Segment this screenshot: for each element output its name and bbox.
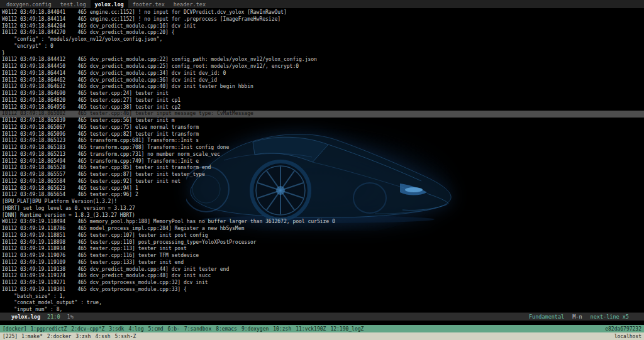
log-line[interactable]: I0112 03:49:18.865528 465 tester.cpp:85]…: [0, 165, 644, 172]
log-line[interactable]: I0112 03:49:18.844270 465 dcv_predict_mo…: [0, 30, 644, 36]
log-line[interactable]: I0112 03:49:19.119076 465 tester.cpp:116…: [0, 253, 644, 260]
tmux-window-item[interactable]: 3:zsh: [75, 334, 91, 339]
log-line[interactable]: I0112 03:49:18.865123 465 transform.cpp:…: [0, 138, 644, 145]
log-line[interactable]: I0112 03:49:18.865183 465 transform.cpp:…: [0, 145, 644, 151]
log-line[interactable]: "config" : "models/yolox_nv12/yolox_conf…: [0, 36, 644, 43]
tmux-window-item[interactable]: 12:190_logZ: [330, 326, 364, 332]
log-line[interactable]: I0112 03:49:18.865494 465 transform.cpp:…: [0, 158, 644, 165]
log-line[interactable]: I0112 03:49:19.118851 465 tester.cpp:107…: [0, 233, 644, 239]
log-lines: W0112 03:49:18.844041 465 engine.cc:1152…: [0, 8, 644, 312]
tmux-inner-session-name: [docker]: [3, 326, 27, 332]
modeline-last-command: next-line x5: [591, 314, 629, 320]
log-line[interactable]: I0112 03:49:19.119138 465 dcv_predict_mo…: [0, 266, 644, 273]
tmux-window-item[interactable]: 4:ssh: [95, 334, 110, 339]
buffer-tab[interactable]: header.tex: [169, 0, 210, 8]
modeline-left: yolox.log 21:0 1%: [5, 314, 74, 320]
tmux-outer-left: [225] 1:make*2:docker3:zsh4:ssh5:ssh-Z: [3, 334, 140, 339]
tmux-window-item[interactable]: 5:cmd: [148, 326, 164, 332]
tmux-window-item[interactable]: 2:docker: [47, 334, 72, 339]
buffer-tab[interactable]: yolox.log: [91, 0, 128, 8]
tmux-window-item[interactable]: 4:log: [128, 326, 143, 332]
log-line[interactable]: I0112 03:49:18.844450 465 dcv_predict_mo…: [0, 63, 644, 70]
log-line[interactable]: I0112 03:49:18.864956 465 tester.cpp:38]…: [0, 104, 644, 111]
log-line[interactable]: "batch_size" : 1,: [0, 293, 644, 300]
tmux-window-item[interactable]: 5:ssh-Z: [115, 334, 136, 339]
tmux-window-item[interactable]: 10:zsh: [273, 326, 291, 332]
log-line[interactable]: I0112 03:49:18.865039 465 tester.cpp:56]…: [0, 118, 644, 124]
modeline-cursor-position: 21:0: [47, 314, 60, 320]
tmux-window-item[interactable]: 6:b-: [168, 326, 180, 332]
echo-area[interactable]: [0, 321, 644, 325]
log-line[interactable]: I0112 03:49:18.865654 465 tester.cpp:96]…: [0, 192, 644, 199]
log-line[interactable]: I0112 03:49:18.865067 465 tester.cpp:75]…: [0, 124, 644, 131]
log-line[interactable]: [BPU_PLAT]BPU Platform Version(1.3.2)!: [0, 199, 644, 206]
buffer-tab[interactable]: doxygen.config: [2, 0, 56, 8]
tmux-inner-status-bar: [docker] 1:pgpredictZ2:dcv-cpp*Z3:sdk4:l…: [0, 325, 644, 332]
log-buffer[interactable]: W0112 03:49:18.844041 465 engine.cc:1152…: [0, 8, 644, 312]
tmux-window-item[interactable]: 3:sdk: [109, 326, 124, 332]
tmux-window-item[interactable]: 1:pgpredictZ: [31, 326, 67, 332]
tmux-window-item[interactable]: 11:vck190Z: [296, 326, 326, 332]
log-line[interactable]: I0112 03:49:19.118786 465 model_process_…: [0, 226, 644, 233]
tmux-window-item[interactable]: 9:doxygen: [242, 326, 269, 332]
log-line[interactable]: I0112 03:49:18.864690 465 tester.cpp:24]…: [0, 90, 644, 97]
log-line[interactable]: W0112 03:49:19.118494 465 memory_pool.hp…: [0, 219, 644, 226]
log-line[interactable]: I0112 03:49:19.118934 465 tester.cpp:113…: [0, 246, 644, 253]
emacs-modeline: yolox.log 21:0 1% Fundamental M-n next-l…: [0, 312, 644, 321]
log-line[interactable]: W0112 03:49:18.844041 465 engine.cc:1152…: [0, 9, 644, 16]
log-line[interactable]: I0112 03:49:19.119301 465 dcv_postproces…: [0, 287, 644, 293]
log-line[interactable]: I0112 03:49:19.119271 465 dcv_postproces…: [0, 280, 644, 287]
log-line[interactable]: I0112 03:49:18.844204 465 dcv_predict_mo…: [0, 23, 644, 30]
log-line[interactable]: "input_num" : 8,: [0, 307, 644, 312]
terminal-screen: doxygen.configtest.logyolox.logfooter.te…: [0, 0, 644, 340]
log-line[interactable]: W0112 03:49:18.844114 465 engine.cc:1152…: [0, 16, 644, 23]
tmux-inner-hostname: e82da6797232: [605, 326, 641, 332]
log-line[interactable]: I0112 03:49:18.865623 465 tester.cpp:94]…: [0, 185, 644, 192]
tmux-inner-left: [docker] 1:pgpredictZ2:dcv-cpp*Z3:sdk4:l…: [3, 326, 368, 332]
emacs-tab-bar: doxygen.configtest.logyolox.logfooter.te…: [0, 0, 644, 8]
modeline-key-indicator: M-n: [572, 314, 582, 320]
modeline-right: Fundamental M-n next-line x5: [529, 314, 639, 320]
log-line[interactable]: I0112 03:49:18.865096 465 tester.cpp:82]…: [0, 131, 644, 138]
log-line[interactable]: I0112 03:49:19.119174 465 dcv_predict_mo…: [0, 273, 644, 280]
log-line[interactable]: I0112 03:49:18.864820 465 tester.cpp:27]…: [0, 97, 644, 104]
log-line[interactable]: I0112 03:49:18.865002 465 tester.cpp:46]…: [0, 111, 644, 118]
log-line[interactable]: }: [0, 50, 644, 57]
log-line[interactable]: I0112 03:49:18.844412 465 dcv_predict_mo…: [0, 57, 644, 63]
log-line[interactable]: I0112 03:49:19.119109 465 tester.cpp:133…: [0, 260, 644, 266]
log-line[interactable]: [HBRT] set log level as 0. version = 3.1…: [0, 206, 644, 212]
log-line[interactable]: I0112 03:49:18.864462 465 dcv_predict_mo…: [0, 77, 644, 84]
tmux-outer-session-name: [225]: [3, 334, 18, 339]
tmux-outer-window-list: 1:make*2:docker3:zsh4:ssh5:ssh-Z: [21, 334, 140, 339]
log-line[interactable]: "concat_model_output" : true,: [0, 300, 644, 307]
log-line[interactable]: I0112 03:49:18.865584 465 tester.cpp:92]…: [0, 178, 644, 185]
log-line[interactable]: "encrypt" : 0: [0, 43, 644, 50]
buffer-tab[interactable]: footer.tex: [128, 0, 169, 8]
tmux-window-item[interactable]: 8:emacs: [216, 326, 237, 332]
modeline-buffer-name: yolox.log: [11, 314, 40, 320]
log-line[interactable]: I0112 03:49:18.865557 465 tester.cpp:87]…: [0, 172, 644, 178]
modeline-major-mode: Fundamental: [529, 314, 564, 320]
log-line[interactable]: I0112 03:49:19.118898 465 tester.cpp:110…: [0, 239, 644, 246]
tmux-window-item[interactable]: 1:make*: [21, 334, 43, 339]
log-line[interactable]: I0112 03:49:18.865213 465 transform.cpp:…: [0, 151, 644, 158]
log-line[interactable]: I0112 03:49:18.864414 465 dcv_predict_mo…: [0, 70, 644, 77]
buffer-tab[interactable]: test.log: [56, 0, 91, 8]
tmux-window-item[interactable]: 2:dcv-cpp*Z: [71, 326, 104, 332]
tmux-window-item[interactable]: 7:sandbox: [184, 326, 211, 332]
tmux-outer-hostname: localhost: [614, 334, 641, 339]
tmux-inner-window-list: 1:pgpredictZ2:dcv-cpp*Z3:sdk4:log5:cmd6:…: [31, 326, 369, 332]
modeline-scroll-percent: 1%: [67, 314, 74, 320]
log-line[interactable]: I0112 03:49:18.864632 465 dcv_predict_mo…: [0, 84, 644, 90]
log-line[interactable]: [DNN] Runtime version = 1.8.3_(3.13.27 H…: [0, 212, 644, 219]
tmux-outer-status-bar: [225] 1:make*2:docker3:zsh4:ssh5:ssh-Z l…: [0, 332, 644, 340]
